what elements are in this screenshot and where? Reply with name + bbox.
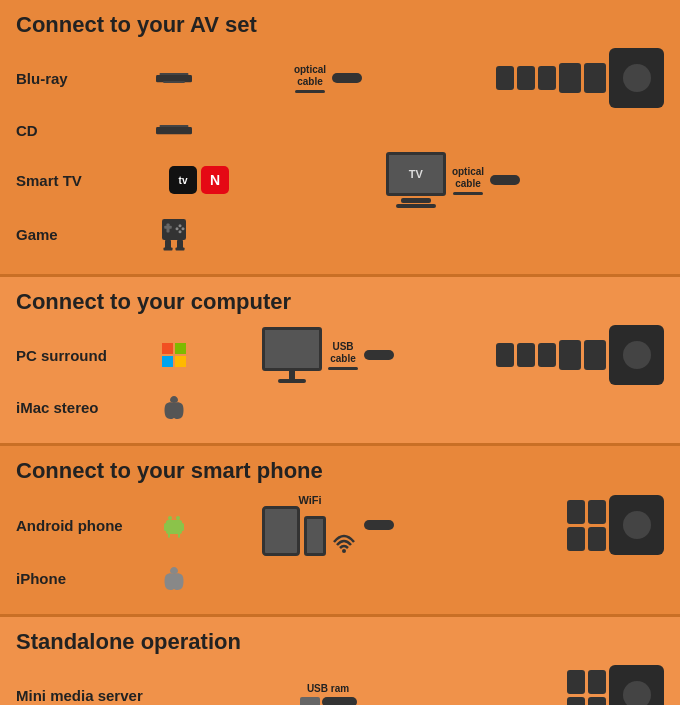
main-speaker-android <box>609 495 664 555</box>
puck-android <box>364 520 394 530</box>
puck-tv <box>490 175 520 185</box>
icon-imac-apple <box>156 394 192 420</box>
spk3 <box>538 66 556 90</box>
svg-point-20 <box>168 516 172 520</box>
optical-cable-label: opticalcable <box>294 64 326 88</box>
svg-point-15 <box>179 230 182 233</box>
row-iphone: iPhone <box>16 560 664 596</box>
optical-label-tv: opticalcable <box>452 166 484 190</box>
pc-spk1 <box>496 343 514 367</box>
diagram-pc: USBcable <box>192 327 464 383</box>
svg-rect-11 <box>164 226 172 229</box>
main-speaker-pc <box>609 325 664 385</box>
and-spk4 <box>588 527 606 551</box>
speakers-bluray <box>464 48 664 108</box>
icon-game <box>156 212 192 256</box>
main-content: Connect to your AV set Blu-ray opticalca… <box>0 0 680 705</box>
label-media-server: Mini media server <box>16 687 156 704</box>
svg-rect-18 <box>162 356 173 367</box>
netflix-icon: N <box>201 166 229 194</box>
section-standalone-title: Standalone operation <box>16 629 664 655</box>
monitor-base <box>278 379 306 383</box>
svg-rect-9 <box>176 248 185 251</box>
spk4 <box>559 63 581 93</box>
label-imac: iMac stereo <box>16 399 156 416</box>
speakers-standalone <box>464 665 664 705</box>
phone-tablet-android <box>262 506 358 556</box>
monitor-device <box>262 327 322 383</box>
usb-drive <box>300 697 320 705</box>
svg-point-13 <box>182 227 185 230</box>
speakers-android <box>464 495 664 555</box>
row-imac: iMac stereo <box>16 389 664 425</box>
section-computer: Connect to your computer PC surround <box>0 277 680 446</box>
spk5 <box>584 63 606 93</box>
svg-rect-17 <box>175 343 186 354</box>
icon-iphone-apple <box>156 565 192 591</box>
svg-rect-22 <box>164 523 167 531</box>
svg-rect-8 <box>164 248 173 251</box>
section-computer-title: Connect to your computer <box>16 289 664 315</box>
svg-rect-3 <box>156 127 192 134</box>
tablet-icon <box>262 506 300 556</box>
sa-spk3 <box>567 697 585 706</box>
diagram-smarttv: TV opticalcable <box>242 152 664 208</box>
svg-rect-19 <box>175 356 186 367</box>
svg-point-14 <box>176 227 179 230</box>
monitor-screen <box>262 327 322 371</box>
label-android: Android phone <box>16 517 156 534</box>
puck-pc <box>364 350 394 360</box>
cable-line <box>295 90 325 93</box>
phone-icon <box>304 516 326 556</box>
diagram-android: WiFi <box>192 494 464 556</box>
svg-point-21 <box>176 516 180 520</box>
cable-line-tv <box>453 192 483 195</box>
svg-point-24 <box>342 549 346 553</box>
section-smartphone-title: Connect to your smart phone <box>16 458 664 484</box>
row-game: Game <box>16 212 664 256</box>
icon-cd <box>156 120 192 140</box>
diagram-bluray: opticalcable <box>192 64 464 93</box>
tv-base <box>396 204 436 208</box>
pc-spk2 <box>517 343 535 367</box>
usb-label-pc: USBcable <box>330 341 356 365</box>
row-pc: PC surround USBcable <box>16 325 664 385</box>
monitor-neck <box>289 371 295 379</box>
tv-device: TV <box>386 152 446 208</box>
label-smarttv: Smart TV <box>16 172 156 189</box>
section-smartphone: Connect to your smart phone Android phon… <box>0 446 680 617</box>
svg-rect-2 <box>163 81 185 83</box>
sa-spk4 <box>588 697 606 706</box>
row-cd: CD <box>16 112 664 148</box>
appletv-icon: tv <box>169 166 197 194</box>
icon-pc-windows <box>156 343 192 367</box>
icon-smarttv: tv N <box>164 166 234 194</box>
section-standalone: Standalone operation Mini media server U… <box>0 617 680 705</box>
svg-rect-23 <box>181 523 184 531</box>
puck-bluray <box>332 73 362 83</box>
main-speaker-av <box>609 48 664 108</box>
spk2 <box>517 66 535 90</box>
and-spk2 <box>588 500 606 524</box>
row-smarttv: Smart TV tv N TV opticalcable <box>16 152 664 208</box>
label-bluray: Blu-ray <box>16 70 156 87</box>
tv-screen: TV <box>386 152 446 196</box>
usb-ram-label: USB ram <box>307 683 349 695</box>
pc-spk3 <box>538 343 556 367</box>
icon-android <box>156 512 192 538</box>
sa-spk2 <box>588 670 606 694</box>
sa-spk1 <box>567 670 585 694</box>
label-pc: PC surround <box>16 347 156 364</box>
label-cd: CD <box>16 122 156 139</box>
tv-stand <box>401 198 431 203</box>
wifi-label-android: WiFi <box>298 494 321 506</box>
spk1 <box>496 66 514 90</box>
and-spk3 <box>567 527 585 551</box>
pc-spk4 <box>559 340 581 370</box>
section-av-title: Connect to your AV set <box>16 12 664 38</box>
row-android: Android phone WiFi <box>16 494 664 556</box>
puck-standalone <box>322 697 357 705</box>
svg-rect-4 <box>160 125 189 127</box>
svg-point-12 <box>179 224 182 227</box>
main-speaker-standalone <box>609 665 664 705</box>
